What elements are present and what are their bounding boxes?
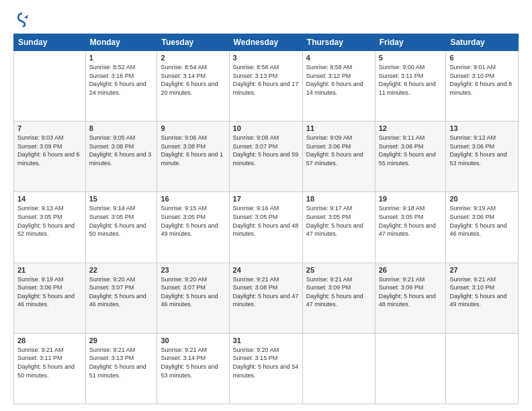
day-number: 28: [17, 336, 82, 345]
day-number: 15: [89, 195, 154, 203]
calendar-cell: 8 Sunrise: 9:05 AMSunset: 3:08 PMDayligh…: [85, 122, 157, 192]
calendar-cell: 1 Sunrise: 8:52 AMSunset: 3:16 PMDayligh…: [85, 51, 157, 122]
day-info: Sunrise: 9:21 AMSunset: 3:09 PMDaylight:…: [306, 275, 371, 309]
day-number: 18: [306, 195, 371, 203]
day-info: Sunrise: 9:08 AMSunset: 3:07 PMDaylight:…: [233, 134, 299, 167]
day-info: Sunrise: 9:06 AMSunset: 3:08 PMDaylight:…: [161, 134, 225, 167]
day-info: Sunrise: 9:05 AMSunset: 3:08 PMDaylight:…: [89, 134, 154, 167]
calendar-week-row: 21 Sunrise: 9:19 AMSunset: 3:06 PMDaylig…: [14, 263, 519, 333]
calendar-cell: 6 Sunrise: 9:01 AMSunset: 3:10 PMDayligh…: [446, 51, 519, 122]
day-number: 27: [449, 266, 515, 274]
day-number: 24: [233, 266, 299, 274]
calendar-cell: 25 Sunrise: 9:21 AMSunset: 3:09 PMDaylig…: [302, 263, 375, 333]
day-info: Sunrise: 8:52 AMSunset: 3:16 PMDaylight:…: [89, 63, 154, 97]
day-info: Sunrise: 9:19 AMSunset: 3:06 PMDaylight:…: [449, 204, 515, 238]
calendar-cell: 7 Sunrise: 9:03 AMSunset: 3:09 PMDayligh…: [14, 122, 86, 192]
calendar-week-row: 28 Sunrise: 9:21 AMSunset: 3:11 PMDaylig…: [14, 333, 519, 404]
calendar-cell: 15 Sunrise: 9:14 AMSunset: 3:05 PMDaylig…: [85, 192, 157, 263]
day-info: Sunrise: 9:00 AMSunset: 3:11 PMDaylight:…: [379, 63, 443, 97]
day-number: 4: [306, 54, 371, 62]
day-number: 21: [17, 266, 82, 274]
day-info: Sunrise: 9:12 AMSunset: 3:06 PMDaylight:…: [449, 134, 515, 167]
calendar-cell: [302, 333, 375, 404]
calendar-cell: 12 Sunrise: 9:11 AMSunset: 3:06 PMDaylig…: [375, 122, 446, 192]
day-info: Sunrise: 8:54 AMSunset: 3:14 PMDaylight:…: [161, 63, 225, 97]
day-number: 29: [89, 336, 154, 345]
day-number: 8: [89, 124, 154, 132]
calendar-cell: 18 Sunrise: 9:17 AMSunset: 3:05 PMDaylig…: [302, 192, 375, 263]
day-number: 14: [17, 195, 82, 203]
day-number: 6: [449, 54, 515, 62]
day-info: Sunrise: 9:14 AMSunset: 3:05 PMDaylight:…: [89, 204, 154, 238]
day-info: Sunrise: 9:15 AMSunset: 3:05 PMDaylight:…: [161, 204, 225, 238]
col-sunday: Sunday: [14, 34, 86, 51]
calendar-cell: 14 Sunrise: 9:13 AMSunset: 3:05 PMDaylig…: [14, 192, 86, 263]
calendar-cell: [446, 333, 519, 404]
day-number: 23: [161, 266, 225, 274]
page: Sunday Monday Tuesday Wednesday Thursday…: [0, 0, 532, 411]
day-info: Sunrise: 9:01 AMSunset: 3:10 PMDaylight:…: [449, 63, 515, 97]
day-number: 1: [89, 54, 154, 62]
day-info: Sunrise: 9:16 AMSunset: 3:05 PMDaylight:…: [233, 204, 299, 238]
day-info: Sunrise: 9:21 AMSunset: 3:08 PMDaylight:…: [233, 275, 299, 309]
day-info: Sunrise: 9:21 AMSunset: 3:13 PMDaylight:…: [89, 346, 154, 379]
calendar-cell: 16 Sunrise: 9:15 AMSunset: 3:05 PMDaylig…: [157, 192, 229, 263]
calendar-cell: 21 Sunrise: 9:19 AMSunset: 3:06 PMDaylig…: [14, 263, 86, 333]
calendar-cell: 24 Sunrise: 9:21 AMSunset: 3:08 PMDaylig…: [229, 263, 302, 333]
calendar-header-row: Sunday Monday Tuesday Wednesday Thursday…: [14, 34, 519, 51]
calendar-cell: [14, 51, 86, 122]
day-info: Sunrise: 9:03 AMSunset: 3:09 PMDaylight:…: [17, 134, 82, 167]
day-number: 17: [233, 195, 299, 203]
day-number: 16: [161, 195, 225, 203]
logo-icon: [15, 12, 30, 27]
day-number: 20: [449, 195, 515, 203]
col-wednesday: Wednesday: [229, 34, 302, 51]
calendar-cell: 31 Sunrise: 9:20 AMSunset: 3:15 PMDaylig…: [229, 333, 302, 404]
day-info: Sunrise: 9:21 AMSunset: 3:09 PMDaylight:…: [379, 275, 443, 309]
day-info: Sunrise: 9:19 AMSunset: 3:06 PMDaylight:…: [17, 275, 82, 309]
day-number: 5: [379, 54, 443, 62]
logo: [13, 12, 30, 27]
day-info: Sunrise: 9:21 AMSunset: 3:14 PMDaylight:…: [161, 346, 225, 379]
day-number: 2: [161, 54, 225, 62]
calendar-cell: 26 Sunrise: 9:21 AMSunset: 3:09 PMDaylig…: [375, 263, 446, 333]
calendar-cell: 13 Sunrise: 9:12 AMSunset: 3:06 PMDaylig…: [446, 122, 519, 192]
day-number: 25: [306, 266, 371, 274]
day-info: Sunrise: 9:21 AMSunset: 3:11 PMDaylight:…: [17, 346, 82, 379]
calendar-cell: 11 Sunrise: 9:09 AMSunset: 3:06 PMDaylig…: [302, 122, 375, 192]
day-number: 13: [449, 124, 515, 132]
day-number: 31: [233, 336, 299, 345]
day-info: Sunrise: 9:13 AMSunset: 3:05 PMDaylight:…: [17, 204, 82, 238]
day-info: Sunrise: 9:20 AMSunset: 3:15 PMDaylight:…: [233, 346, 299, 379]
day-info: Sunrise: 8:56 AMSunset: 3:13 PMDaylight:…: [233, 63, 299, 97]
calendar-week-row: 7 Sunrise: 9:03 AMSunset: 3:09 PMDayligh…: [14, 122, 519, 192]
col-thursday: Thursday: [302, 34, 375, 51]
day-number: 3: [233, 54, 299, 62]
calendar-cell: 28 Sunrise: 9:21 AMSunset: 3:11 PMDaylig…: [14, 333, 86, 404]
col-saturday: Saturday: [446, 34, 519, 51]
col-monday: Monday: [85, 34, 157, 51]
day-number: 10: [233, 124, 299, 132]
day-info: Sunrise: 9:21 AMSunset: 3:10 PMDaylight:…: [449, 275, 515, 309]
day-info: Sunrise: 9:18 AMSunset: 3:05 PMDaylight:…: [379, 204, 443, 238]
day-number: 30: [161, 336, 225, 345]
day-info: Sunrise: 9:20 AMSunset: 3:07 PMDaylight:…: [161, 275, 225, 309]
calendar-cell: 4 Sunrise: 8:58 AMSunset: 3:12 PMDayligh…: [302, 51, 375, 122]
calendar-cell: 9 Sunrise: 9:06 AMSunset: 3:08 PMDayligh…: [157, 122, 229, 192]
col-friday: Friday: [375, 34, 446, 51]
calendar-cell: 10 Sunrise: 9:08 AMSunset: 3:07 PMDaylig…: [229, 122, 302, 192]
calendar-cell: 23 Sunrise: 9:20 AMSunset: 3:07 PMDaylig…: [157, 263, 229, 333]
day-number: 11: [306, 124, 371, 132]
day-info: Sunrise: 9:17 AMSunset: 3:05 PMDaylight:…: [306, 204, 371, 238]
day-info: Sunrise: 9:11 AMSunset: 3:06 PMDaylight:…: [379, 134, 443, 167]
calendar-cell: 5 Sunrise: 9:00 AMSunset: 3:11 PMDayligh…: [375, 51, 446, 122]
col-tuesday: Tuesday: [157, 34, 229, 51]
calendar-week-row: 1 Sunrise: 8:52 AMSunset: 3:16 PMDayligh…: [14, 51, 519, 122]
calendar-cell: [375, 333, 446, 404]
calendar-cell: 2 Sunrise: 8:54 AMSunset: 3:14 PMDayligh…: [157, 51, 229, 122]
day-info: Sunrise: 9:20 AMSunset: 3:07 PMDaylight:…: [89, 275, 154, 309]
calendar: Sunday Monday Tuesday Wednesday Thursday…: [13, 34, 519, 404]
day-number: 9: [161, 124, 225, 132]
day-number: 12: [379, 124, 443, 132]
calendar-cell: 17 Sunrise: 9:16 AMSunset: 3:05 PMDaylig…: [229, 192, 302, 263]
